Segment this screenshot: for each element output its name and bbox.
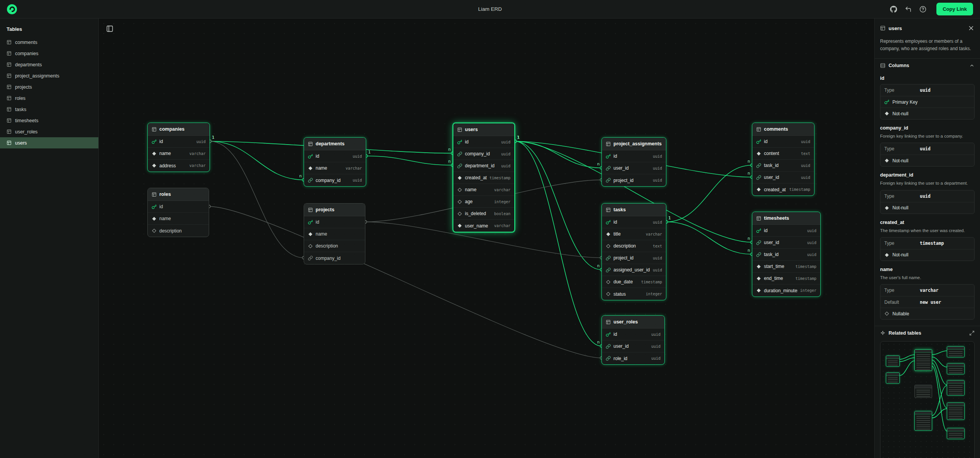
erd-column-project_assignments-project_id[interactable]: project_iduuid — [602, 174, 666, 186]
erd-table-tasks[interactable]: tasksiduuidtitlevarchardescriptiontextpr… — [602, 203, 666, 300]
panel-column-company_id: company_idForeign key linking the user t… — [880, 125, 975, 167]
erd-column-departments-company_id[interactable]: company_iduuid — [304, 174, 366, 186]
erd-column-comments-user_id[interactable]: user_iduuid — [752, 172, 814, 184]
sidebar-item-companies[interactable]: companies — [0, 48, 98, 59]
related-tables-header[interactable]: Related tables — [875, 326, 980, 337]
erd-column-project_assignments-user_id[interactable]: user_iduuid — [602, 162, 666, 174]
expand-icon[interactable] — [969, 330, 975, 336]
sidebar-item-tasks[interactable]: tasks — [0, 104, 98, 115]
erd-column-comments-id[interactable]: iduuid — [752, 136, 814, 148]
erd-table-project_assignments[interactable]: project_assignmentsiduuiduser_iduuidproj… — [602, 137, 666, 187]
help-icon[interactable] — [919, 6, 926, 13]
erd-table-header[interactable]: user_roles — [602, 316, 664, 328]
erd-column-project_assignments-id[interactable]: iduuid — [602, 150, 666, 162]
sidebar-item-comments[interactable]: comments — [0, 37, 98, 48]
erd-table-header[interactable]: project_assignments — [602, 138, 666, 150]
erd-column-departments-name[interactable]: namevarchar — [304, 162, 366, 174]
table-icon — [7, 84, 12, 89]
erd-column-timesheets-user_id[interactable]: user_iduuid — [752, 237, 820, 249]
erd-table-comments[interactable]: commentsiduuidcontenttexttask_iduuiduser… — [752, 123, 814, 196]
sidebar-item-timesheets[interactable]: timesheets — [0, 115, 98, 126]
erd-column-companies-id[interactable]: iduuid — [148, 136, 210, 148]
erd-column-roles-description[interactable]: description — [148, 225, 209, 237]
erd-table-header[interactable]: departments — [304, 138, 366, 150]
share-icon[interactable] — [905, 6, 912, 13]
related-tables-minimap[interactable] — [880, 341, 975, 458]
minimap-edge — [932, 360, 947, 385]
erd-column-comments-content[interactable]: contenttext — [752, 148, 814, 160]
erd-column-users-name[interactable]: namevarchar — [453, 184, 514, 196]
erd-column-projects-id[interactable]: id — [304, 216, 365, 228]
erd-column-projects-name[interactable]: name — [304, 228, 365, 240]
close-panel-icon[interactable] — [968, 25, 975, 32]
erd-table-header[interactable]: users — [453, 123, 514, 136]
columns-section-header[interactable]: Columns — [875, 59, 980, 70]
erd-table-roles[interactable]: rolesidnamedescription — [147, 188, 209, 237]
erd-column-timesheets-end_time[interactable]: end_timetimestamp — [752, 273, 820, 285]
erd-table-header[interactable]: roles — [148, 188, 209, 201]
erd-column-timesheets-duration_minutes[interactable]: duration_minutesinteger — [752, 285, 820, 296]
chevron-up-icon[interactable] — [969, 63, 975, 68]
erd-column-user_roles-role_id[interactable]: role_iduuid — [602, 352, 664, 364]
erd-table-header[interactable]: comments — [752, 123, 814, 136]
erd-table-companies[interactable]: companiesiduuidnamevarcharaddressvarchar — [147, 123, 210, 172]
erd-table-departments[interactable]: departmentsiduuidnamevarcharcompany_iduu… — [304, 137, 366, 187]
erd-table-user_roles[interactable]: user_rolesiduuiduser_iduuidrole_iduuid — [602, 315, 665, 365]
sidebar-item-projects[interactable]: projects — [0, 81, 98, 93]
sidebar-item-roles[interactable]: roles — [0, 93, 98, 104]
sidebar-item-project_assignments[interactable]: project_assignments — [0, 70, 98, 81]
sidebar-item-user_roles[interactable]: user_roles — [0, 126, 98, 137]
erd-column-departments-id[interactable]: iduuid — [304, 150, 366, 162]
erd-column-projects-description[interactable]: description — [304, 240, 365, 252]
attribute-label: Type — [884, 88, 917, 93]
erd-column-users-id[interactable]: iduuid — [453, 136, 514, 148]
erd-column-companies-name[interactable]: namevarchar — [148, 148, 210, 160]
copy-link-button[interactable]: Copy Link — [936, 3, 973, 15]
erd-column-tasks-description[interactable]: descriptiontext — [602, 240, 666, 252]
column-name: is_deleted — [465, 211, 492, 216]
erd-column-timesheets-id[interactable]: iduuid — [752, 225, 820, 237]
erd-column-user_roles-user_id[interactable]: user_iduuid — [602, 340, 664, 352]
sidebar-toggle-button[interactable] — [103, 22, 116, 35]
attribute-row: Typevarchar — [880, 285, 974, 296]
erd-table-header[interactable]: timesheets — [752, 212, 820, 225]
erd-table-users[interactable]: usersiduuidcompany_iduuiddepartment_iduu… — [453, 123, 515, 232]
erd-column-users-created_at[interactable]: created_attimestamp — [453, 172, 514, 184]
erd-table-header[interactable]: tasks — [602, 204, 666, 216]
erd-column-timesheets-task_id[interactable]: task_iduuid — [752, 249, 820, 261]
sidebar-item-users[interactable]: users — [0, 137, 98, 148]
erd-table-header[interactable]: projects — [304, 204, 365, 216]
erd-column-comments-task_id[interactable]: task_iduuid — [752, 160, 814, 172]
constraint-label: Primary Key — [892, 99, 917, 105]
erd-column-projects-company_id[interactable]: company_id — [304, 252, 365, 264]
erd-column-tasks-due_date[interactable]: due_datetimestamp — [602, 276, 666, 288]
github-icon[interactable] — [890, 6, 897, 13]
erd-column-users-company_id[interactable]: company_iduuid — [453, 148, 514, 160]
erd-column-tasks-project_id[interactable]: project_iduuid — [602, 252, 666, 264]
table-icon — [880, 25, 885, 31]
minimap-row — [916, 367, 930, 368]
erd-table-name: tasks — [613, 207, 626, 212]
column-type: uuid — [651, 344, 661, 349]
erd-table-timesheets[interactable]: timesheetsiduuiduser_iduuidtask_iduuidst… — [752, 212, 821, 297]
erd-column-roles-name[interactable]: name — [148, 213, 209, 225]
erd-column-companies-address[interactable]: addressvarchar — [148, 160, 210, 172]
erd-column-tasks-id[interactable]: iduuid — [602, 216, 666, 228]
erd-column-timesheets-start_time[interactable]: start_timetimestamp — [752, 261, 820, 273]
sidebar-item-departments[interactable]: departments — [0, 59, 98, 70]
erd-table-header[interactable]: companies — [148, 123, 210, 136]
erd-column-users-is_deleted[interactable]: is_deletedboolean — [453, 208, 514, 220]
erd-column-users-department_id[interactable]: department_iduuid — [453, 160, 514, 172]
erd-column-users-age[interactable]: ageinteger — [453, 196, 514, 208]
erd-column-users-user_name[interactable]: user_namevarchar — [453, 220, 514, 232]
erd-column-tasks-title[interactable]: titlevarchar — [602, 228, 666, 240]
foreign-key-icon — [756, 240, 761, 245]
erd-column-comments-created_at[interactable]: created_attimestamp — [752, 184, 814, 195]
erd-column-tasks-status[interactable]: statusinteger — [602, 288, 666, 300]
erd-canvas[interactable]: 1n1n1n1n1n1n1n1n1n1n companiesiduuidname… — [99, 19, 874, 458]
erd-column-tasks-assigned_user_id[interactable]: assigned_user_iduuid — [602, 264, 666, 276]
erd-column-roles-id[interactable]: id — [148, 201, 209, 213]
column-type: varchar — [646, 232, 662, 236]
erd-column-user_roles-id[interactable]: iduuid — [602, 328, 664, 340]
erd-table-projects[interactable]: projectsidnamedescriptioncompany_id — [304, 203, 365, 264]
